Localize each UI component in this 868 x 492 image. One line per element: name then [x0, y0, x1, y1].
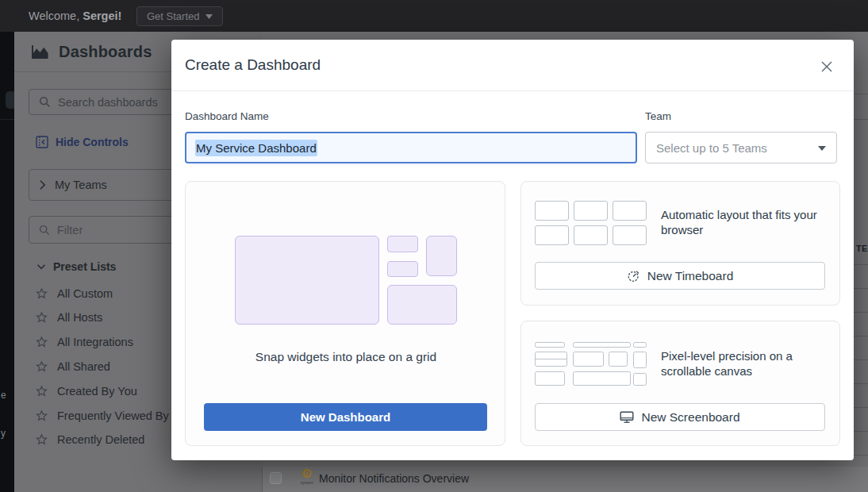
- team-select[interactable]: Select up to 5 Teams: [645, 132, 837, 163]
- widget-illustration-small: [387, 261, 418, 277]
- star-icon: [35, 311, 48, 324]
- welcome-prefix: Welcome,: [29, 10, 83, 22]
- table-row-divider: [854, 312, 868, 313]
- table-row-divider: [854, 383, 868, 384]
- preset-item-label: All Integrations: [57, 336, 133, 348]
- screenboard-card: Pixel-level precision on a scrollable ca…: [520, 321, 840, 446]
- timeboard-card-caption: Automatic layout that fits your browser: [661, 207, 829, 237]
- get-started-button[interactable]: Get Started: [136, 6, 223, 26]
- monitor-icon: [620, 411, 634, 424]
- chevron-right-icon: [39, 179, 46, 190]
- filter-placeholder: Filter: [57, 224, 83, 236]
- search-placeholder: Search dashboards: [58, 96, 158, 109]
- team-select-placeholder: Select up to 5 Teams: [656, 141, 767, 155]
- new-dashboard-button[interactable]: New Dashboard: [204, 403, 487, 431]
- my-teams-label: My Teams: [55, 179, 107, 191]
- star-icon: [35, 287, 48, 300]
- nav-divider: [0, 119, 14, 120]
- widget-illustration-large: [235, 236, 379, 325]
- chevron-down-icon: [205, 14, 213, 19]
- grid-dashboard-card: Snap widgets into place on a grid New Da…: [185, 181, 505, 446]
- screen: Welcome, Sergei! Get Started e y Dashboa…: [0, 0, 868, 492]
- team-label: Team: [645, 110, 671, 122]
- search-icon: [39, 225, 50, 236]
- dashboard-name-input[interactable]: My Service Dashboard: [185, 132, 637, 163]
- preset-item-label: All Shared: [57, 360, 110, 373]
- grid-card-caption: Snap widgets into place on a grid: [186, 350, 506, 364]
- gear-icon: ⚙: [296, 466, 318, 482]
- widget-illustration-tall: [426, 236, 457, 276]
- table-row-divider: [854, 455, 868, 455]
- sidebar-title: Dashboards: [30, 43, 152, 61]
- star-icon: [35, 360, 48, 373]
- preset-lists-header[interactable]: Preset Lists: [36, 260, 116, 273]
- widget-illustration-small: [387, 236, 418, 252]
- row-checkbox[interactable]: [270, 472, 282, 484]
- preset-item-label: Created By You: [57, 385, 137, 398]
- selected-input-text: My Service Dashboard: [195, 140, 317, 156]
- nav-label-fragment: y: [1, 428, 6, 439]
- chevron-down-icon: [818, 146, 826, 151]
- close-icon[interactable]: [820, 60, 833, 73]
- table-row-divider: [854, 288, 868, 289]
- table-row-divider: [854, 431, 868, 432]
- table-row-divider: [854, 264, 868, 265]
- screenboard-card-caption: Pixel-level precision on a scrollable ca…: [661, 348, 829, 379]
- search-icon: [39, 96, 51, 108]
- star-icon: [35, 385, 48, 398]
- star-icon: [35, 409, 48, 422]
- screenboard-illustration: [535, 342, 647, 387]
- new-timeboard-label: New Timeboard: [647, 269, 734, 283]
- chevron-down-icon: [36, 263, 46, 270]
- create-dashboard-modal: Create a Dashboard Dashboard Name Team M…: [171, 40, 854, 460]
- dashboard-name-label: Dashboard Name: [185, 110, 269, 122]
- preset-item-label: All Custom: [57, 287, 113, 300]
- preset-item-label: Recently Deleted: [57, 433, 144, 446]
- widget-illustration-wide: [387, 285, 457, 325]
- collapsed-left-nav[interactable]: e y: [0, 32, 14, 492]
- dashboards-icon: [30, 44, 50, 60]
- system-icon-wrap: ⚙ system: [296, 466, 318, 485]
- star-icon: [35, 433, 48, 446]
- table-row-divider: [854, 119, 868, 120]
- new-screenboard-label: New Screenboard: [641, 410, 739, 425]
- preset-item-label: Frequently Viewed By: [57, 409, 169, 422]
- nav-label-fragment: e: [1, 390, 6, 401]
- new-screenboard-button[interactable]: New Screenboard: [535, 403, 825, 431]
- welcome-message: Welcome, Sergei!: [29, 0, 121, 32]
- table-row-divider: [854, 407, 868, 408]
- stopwatch-icon: [627, 269, 640, 283]
- star-icon: [35, 336, 48, 348]
- top-bar: Welcome, Sergei! Get Started: [0, 0, 868, 32]
- dashboard-row-title[interactable]: Monitor Notifications Overview: [319, 467, 469, 492]
- preset-lists-label: Preset Lists: [53, 260, 116, 273]
- modal-title: Create a Dashboard: [185, 56, 321, 74]
- table-row-divider: [854, 94, 868, 94]
- table-row-divider: [854, 336, 868, 336]
- hide-controls-link[interactable]: Hide Controls: [36, 136, 129, 148]
- team-column-header: TE: [856, 244, 868, 253]
- hide-controls-icon: [36, 136, 48, 148]
- welcome-user-name: Sergei!: [83, 10, 121, 22]
- new-timeboard-button[interactable]: New Timeboard: [535, 262, 825, 290]
- system-icon-caption: system: [296, 480, 318, 485]
- timeboard-card: Automatic layout that fits your browser …: [520, 181, 840, 306]
- preset-item-label: All Hosts: [57, 311, 102, 324]
- table-row-divider: [854, 359, 868, 360]
- timeboard-illustration: [535, 201, 647, 245]
- get-started-label: Get Started: [147, 7, 199, 25]
- dashboard-table-row[interactable]: ⚙ system Monitor Notifications Overview: [262, 467, 868, 492]
- sidebar-title-text: Dashboards: [59, 43, 152, 61]
- modal-header: Create a Dashboard: [171, 40, 854, 91]
- hide-controls-label: Hide Controls: [56, 136, 129, 148]
